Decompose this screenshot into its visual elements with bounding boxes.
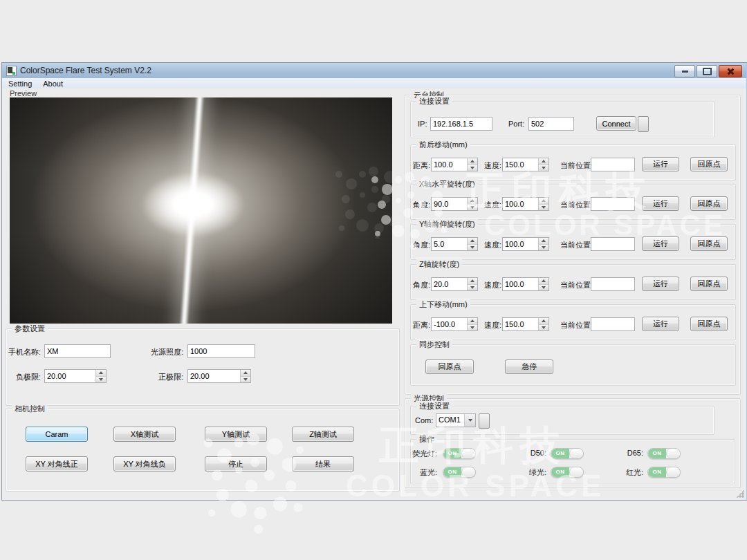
red-light-toggle[interactable]: ON: [647, 467, 681, 478]
spin-down-button[interactable]: [96, 377, 106, 383]
spin-up-button[interactable]: [96, 370, 106, 377]
spin-down-icon: [243, 378, 248, 381]
sync-home-button[interactable]: 回原点: [425, 360, 474, 374]
spin-up-button[interactable]: [539, 318, 548, 325]
home-button[interactable]: 回原点: [690, 196, 728, 211]
spin-down-button[interactable]: [468, 205, 477, 211]
close-button[interactable]: [719, 65, 742, 77]
spin-down-button[interactable]: [539, 165, 548, 171]
spin-down-button[interactable]: [539, 245, 548, 251]
green-light-toggle[interactable]: ON: [551, 467, 584, 478]
result-button[interactable]: 结果: [292, 456, 354, 472]
axis-p1-label: 距离:: [413, 320, 430, 330]
axis-p2-label: 速度:: [484, 320, 501, 330]
camera-group: 相机控制 Caram X轴测试 Y轴测试 Z轴测试 XY 对角线正 XY 对角线…: [6, 409, 400, 492]
spin-up-icon: [470, 239, 474, 242]
current-position-field[interactable]: [591, 277, 635, 291]
spin-down-button[interactable]: [539, 205, 548, 211]
toggle-on-label: ON: [443, 449, 461, 458]
pos-limit-field[interactable]: [188, 370, 240, 382]
axis-p2-field[interactable]: [503, 198, 538, 210]
axis-group-forward-back: 前后移动(mm) 距离: 速度: 当前位置 运行 回原点: [410, 144, 736, 180]
neg-limit-field[interactable]: [45, 370, 95, 382]
spin-down-icon: [542, 286, 546, 289]
port-field[interactable]: [528, 117, 574, 131]
connect-button[interactable]: Connect: [596, 116, 636, 131]
sync-group: 同步控制 回原点 急停: [410, 344, 736, 386]
x-axis-test-button[interactable]: X轴测试: [113, 427, 176, 442]
d65-toggle[interactable]: ON: [647, 448, 681, 459]
run-button[interactable]: 运行: [642, 317, 679, 331]
spin-up-button[interactable]: [468, 278, 477, 285]
home-button[interactable]: 回原点: [690, 277, 728, 291]
axis-p1-field[interactable]: [432, 278, 467, 290]
menu-about[interactable]: About: [43, 80, 63, 88]
phone-name-field[interactable]: [44, 344, 111, 358]
spin-down-button[interactable]: [241, 377, 250, 383]
spin-down-button[interactable]: [468, 285, 477, 291]
spin-up-button[interactable]: [241, 370, 250, 377]
xy-diagonal-pos-button[interactable]: XY 对角线正: [26, 456, 88, 472]
home-button[interactable]: 回原点: [690, 157, 728, 171]
spin-up-button[interactable]: [539, 198, 548, 205]
current-position-field[interactable]: [591, 237, 635, 251]
toggle-thumb: [666, 449, 680, 458]
fluorescent-label: 荧光灯:: [411, 449, 437, 459]
spin-up-button[interactable]: [539, 158, 548, 165]
spin-down-icon: [542, 326, 546, 329]
fluorescent-toggle[interactable]: ON: [443, 448, 476, 459]
spin-down-button[interactable]: [539, 325, 548, 331]
spin-down-button[interactable]: [468, 245, 477, 251]
z-axis-test-button[interactable]: Z轴测试: [292, 427, 354, 442]
com-side-button[interactable]: [479, 413, 490, 429]
run-button[interactable]: 运行: [642, 196, 679, 211]
estop-button[interactable]: 急停: [505, 360, 553, 374]
menu-setting[interactable]: Setting: [8, 80, 32, 88]
axis-p1-field[interactable]: [432, 158, 467, 171]
caram-button[interactable]: Caram: [26, 427, 88, 442]
xy-diagonal-neg-button[interactable]: XY 对角线负: [113, 456, 176, 472]
axis-p2-field[interactable]: [503, 318, 538, 330]
spin-up-button[interactable]: [468, 318, 477, 325]
titlebar[interactable]: ColorSpace Flare Test System V2.2: [2, 63, 746, 79]
y-axis-test-button[interactable]: Y轴测试: [205, 427, 267, 442]
spin-up-button[interactable]: [539, 278, 548, 285]
toggle-on-label: ON: [648, 467, 666, 477]
blue-light-toggle[interactable]: ON: [443, 467, 476, 478]
ip-field[interactable]: [430, 117, 492, 131]
spin-up-button[interactable]: [468, 158, 477, 165]
axis-p1-field[interactable]: [432, 198, 467, 210]
run-button[interactable]: 运行: [642, 277, 679, 291]
current-position-field[interactable]: [591, 158, 635, 171]
stop-button[interactable]: 停止: [205, 456, 267, 472]
spin-down-button[interactable]: [539, 285, 548, 291]
axis-p1-field[interactable]: [432, 318, 467, 330]
blue-light-label: 蓝光:: [411, 467, 437, 478]
current-position-field[interactable]: [591, 197, 635, 211]
axis-p2-field[interactable]: [503, 238, 538, 250]
spin-up-button[interactable]: [539, 238, 548, 245]
com-dropdown-button[interactable]: [464, 414, 475, 427]
spin-up-button[interactable]: [468, 238, 477, 245]
toggle-thumb: [569, 467, 583, 477]
axis-p2-field[interactable]: [503, 158, 538, 171]
d50-toggle[interactable]: ON: [551, 448, 584, 459]
axis-p2-label: 速度:: [484, 200, 501, 210]
run-button[interactable]: 运行: [642, 236, 679, 251]
illuminance-field[interactable]: [187, 344, 255, 358]
spin-up-button[interactable]: [468, 198, 477, 205]
current-position-field[interactable]: [591, 317, 635, 331]
home-button[interactable]: 回原点: [690, 236, 728, 251]
axis-p1-field[interactable]: [432, 238, 467, 250]
spin-down-button[interactable]: [468, 325, 477, 331]
com-select[interactable]: COM1: [436, 413, 476, 427]
maximize-button[interactable]: [697, 65, 717, 77]
connect-side-button[interactable]: [638, 116, 649, 132]
com-label: Com:: [415, 416, 433, 424]
run-button[interactable]: 运行: [642, 157, 679, 171]
minimize-button[interactable]: [674, 65, 695, 77]
axis-group-up-down: 上下移动(mm) 距离: 速度: 当前位置 运行 回原点: [410, 304, 736, 340]
axis-p2-field[interactable]: [503, 278, 538, 290]
spin-down-button[interactable]: [468, 165, 477, 171]
home-button[interactable]: 回原点: [690, 317, 728, 331]
